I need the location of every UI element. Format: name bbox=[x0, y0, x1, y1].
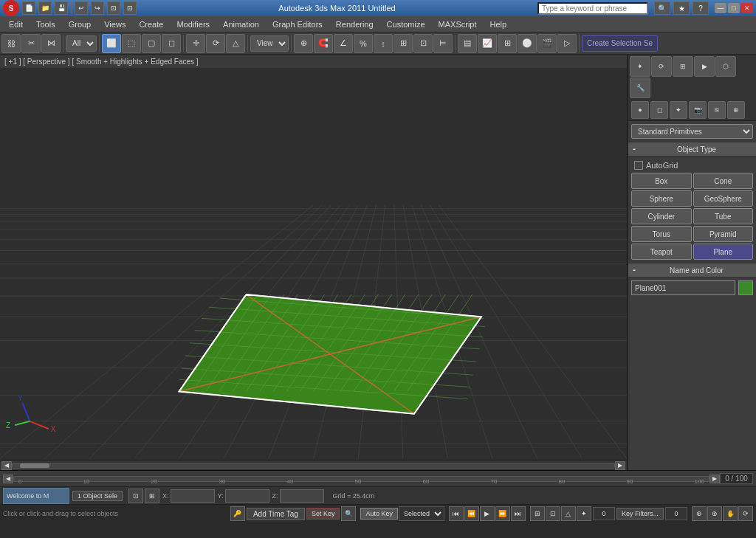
rotate-btn[interactable]: ⟳ bbox=[206, 34, 225, 53]
torus-btn[interactable]: Torus bbox=[631, 226, 692, 242]
menu-rendering[interactable]: Rendering bbox=[330, 18, 379, 30]
lights-icon[interactable]: ✦ bbox=[670, 101, 687, 119]
scroll-left-arrow[interactable]: ◀ bbox=[1, 461, 12, 470]
menu-help[interactable]: Help bbox=[484, 18, 513, 30]
geosphere-btn[interactable]: GeoSphere bbox=[693, 190, 754, 207]
undo-btn[interactable]: ↩ bbox=[75, 1, 88, 15]
prev-frame-btn[interactable]: ⏪ bbox=[464, 506, 479, 521]
menu-views[interactable]: Views bbox=[98, 18, 131, 30]
sphere-btn[interactable]: Sphere bbox=[631, 190, 692, 207]
toolbar-icon-2[interactable]: 📁 bbox=[38, 1, 52, 15]
cameras-icon[interactable]: 📷 bbox=[689, 101, 707, 119]
move-btn[interactable]: ✛ bbox=[186, 34, 205, 53]
viewport-container[interactable]: [ +1 ] [ Perspective ] [ Smooth + Highli… bbox=[0, 55, 627, 470]
select-crossing-btn[interactable]: ◻ bbox=[162, 34, 181, 53]
geometry-icon[interactable]: ● bbox=[631, 101, 649, 119]
select-region-btn[interactable]: ⬚ bbox=[122, 34, 141, 53]
shapes-icon[interactable]: ◻ bbox=[650, 101, 668, 119]
select-link-btn[interactable]: ⛓ bbox=[1, 34, 21, 53]
cylinder-btn[interactable]: Cylinder bbox=[631, 208, 692, 224]
zoom-btn[interactable]: ⊕ bbox=[692, 506, 707, 521]
angle-snap-btn[interactable]: ∠ bbox=[334, 34, 353, 53]
scale-btn[interactable]: △ bbox=[226, 34, 245, 53]
select-obj-btn[interactable]: ⬜ bbox=[102, 34, 121, 53]
menu-graph-editors[interactable]: Graph Editors bbox=[267, 18, 329, 30]
y-input[interactable] bbox=[225, 489, 269, 503]
object-name-input[interactable] bbox=[631, 280, 735, 295]
goto-end-btn[interactable]: ⏭ bbox=[511, 506, 526, 521]
selected-dropdown[interactable]: Selected bbox=[399, 506, 444, 521]
timeline-track[interactable]: 0 10 20 30 40 50 60 70 80 90 100 bbox=[13, 476, 709, 482]
render-setup-btn[interactable]: 🎬 bbox=[537, 34, 557, 53]
spinner-snap-btn[interactable]: ↕ bbox=[374, 34, 393, 53]
toolbar-icon-5[interactable]: ⊡ bbox=[123, 1, 137, 15]
bookmark-btn[interactable]: ★ bbox=[673, 1, 690, 15]
toolbar-icon-1[interactable]: 📄 bbox=[22, 1, 35, 15]
spacewarps-icon[interactable]: ⊕ bbox=[727, 101, 745, 119]
status-icon-2[interactable]: ⊞ bbox=[145, 489, 159, 503]
panel-tab-create[interactable]: ✦ bbox=[630, 56, 650, 77]
teapot-btn[interactable]: Teapot bbox=[631, 244, 692, 260]
box-btn[interactable]: Box bbox=[631, 173, 692, 189]
close-btn[interactable]: ✕ bbox=[741, 3, 753, 13]
viewport-scrollbar[interactable]: ◀ ▶ bbox=[0, 460, 627, 470]
cone-btn[interactable]: Cone bbox=[693, 173, 754, 189]
help-btn[interactable]: ? bbox=[693, 1, 709, 15]
menu-modifiers[interactable]: Modifiers bbox=[171, 18, 216, 30]
tube-btn[interactable]: Tube bbox=[693, 208, 754, 224]
panel-tab-motion[interactable]: ▶ bbox=[694, 56, 715, 77]
pivot-btn[interactable]: ⊕ bbox=[294, 34, 313, 53]
scroll-right-arrow[interactable]: ▶ bbox=[615, 461, 625, 470]
curve-editor-btn[interactable]: 📈 bbox=[478, 34, 497, 53]
search-input[interactable] bbox=[537, 2, 648, 15]
zoom-all-btn[interactable]: ⊕ bbox=[707, 506, 722, 521]
schematic-btn[interactable]: ⊞ bbox=[498, 34, 517, 53]
frame-input[interactable] bbox=[593, 507, 615, 520]
object-type-section-header[interactable]: - Object Type bbox=[628, 142, 756, 156]
layer-mgr-btn[interactable]: ▤ bbox=[458, 34, 477, 53]
panel-tab-modify[interactable]: ⟳ bbox=[651, 56, 672, 77]
key-filters-icon[interactable]: 🔍 bbox=[341, 506, 356, 521]
filter-dropdown[interactable]: All bbox=[66, 35, 97, 52]
material-editor-btn[interactable]: ⚪ bbox=[518, 34, 537, 53]
menu-customize[interactable]: Customize bbox=[381, 18, 431, 30]
timeline-prev-arrow[interactable]: ◀ bbox=[3, 475, 13, 483]
unlink-btn[interactable]: ✂ bbox=[21, 34, 41, 53]
toolbar-icon-3[interactable]: 💾 bbox=[55, 1, 68, 15]
plane-btn[interactable]: Plane bbox=[693, 244, 754, 260]
menu-tools[interactable]: Tools bbox=[30, 18, 61, 30]
anim-extra-3[interactable]: △ bbox=[561, 506, 576, 521]
menu-edit[interactable]: Edit bbox=[3, 18, 29, 30]
helpers-icon[interactable]: ≋ bbox=[708, 101, 726, 119]
anim-extra-2[interactable]: ⊡ bbox=[546, 506, 560, 521]
anim-extra-1[interactable]: ⊞ bbox=[530, 506, 545, 521]
status-icon-1[interactable]: ⊡ bbox=[128, 489, 143, 503]
next-frame-btn[interactable]: ⏩ bbox=[495, 506, 510, 521]
object-type-dropdown[interactable]: Standard Primitives bbox=[631, 124, 753, 139]
named-sel-btn[interactable]: ⊞ bbox=[394, 34, 413, 53]
pan-btn[interactable]: ✋ bbox=[723, 506, 738, 521]
maximize-btn[interactable]: □ bbox=[728, 3, 740, 13]
scroll-track[interactable] bbox=[12, 463, 615, 469]
set-key-btn[interactable]: Set Key bbox=[306, 508, 340, 520]
add-time-tag-btn[interactable]: Add Time Tag bbox=[247, 508, 305, 520]
name-color-section-header[interactable]: - Name and Color bbox=[628, 263, 756, 277]
menu-create[interactable]: Create bbox=[133, 18, 169, 30]
mirror-btn[interactable]: ⊡ bbox=[413, 34, 433, 53]
select-window-btn[interactable]: ▢ bbox=[142, 34, 161, 53]
z-input[interactable] bbox=[280, 489, 324, 503]
align-btn[interactable]: ⊨ bbox=[433, 34, 453, 53]
menu-animation[interactable]: Animation bbox=[217, 18, 265, 30]
snap-btn[interactable]: 🧲 bbox=[314, 34, 333, 53]
percent-snap-btn[interactable]: % bbox=[354, 34, 373, 53]
frame-counter[interactable]: 0 / 100 bbox=[720, 473, 753, 484]
pyramid-btn[interactable]: Pyramid bbox=[693, 226, 754, 242]
bind-space-warp-btn[interactable]: ⋈ bbox=[41, 34, 61, 53]
autogrid-checkbox[interactable] bbox=[634, 161, 643, 170]
redo-btn[interactable]: ↪ bbox=[91, 1, 104, 15]
x-input[interactable] bbox=[171, 489, 215, 503]
menu-maxscript[interactable]: MAXScript bbox=[433, 18, 483, 30]
panel-tab-display[interactable]: ⬡ bbox=[715, 56, 736, 77]
reference-coord-dropdown[interactable]: View bbox=[250, 35, 289, 52]
menu-group[interactable]: Group bbox=[63, 18, 97, 30]
